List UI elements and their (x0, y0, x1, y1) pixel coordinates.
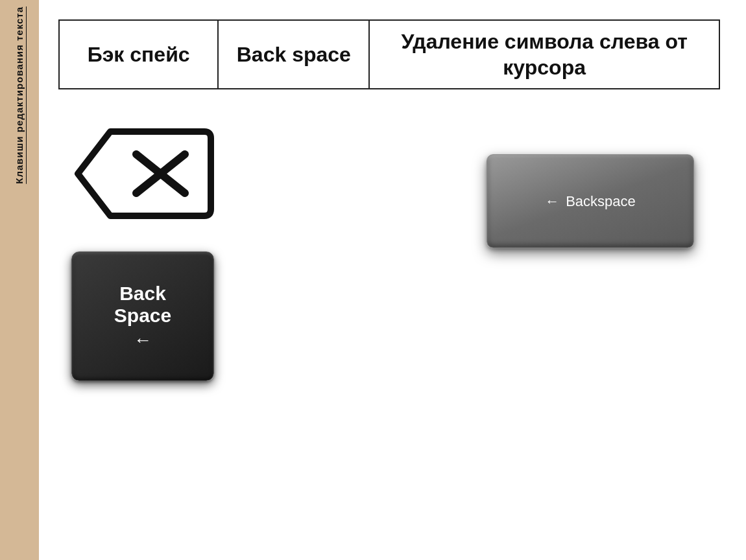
sidebar-label: Клавиши редактирования текста (13, 6, 26, 184)
backspace-icon (71, 115, 214, 232)
english-name: Back space (237, 43, 351, 66)
main-content: Бэк спейс Back space Удаление символа сл… (39, 0, 746, 560)
dark-key-arrow: ← (134, 330, 152, 351)
dark-key-backspace: BackSpace ← (71, 251, 214, 381)
table-cell-english: Back space (218, 20, 369, 89)
gray-key-label: Backspace (566, 193, 636, 210)
sidebar: Клавиши редактирования текста (0, 0, 39, 560)
gray-key-arrow: ← (545, 193, 559, 210)
table-row: Бэк спейс Back space Удаление символа сл… (59, 20, 719, 89)
right-icons: ← Backspace (487, 115, 707, 248)
left-icons: BackSpace ← (71, 115, 214, 381)
table-cell-description: Удаление символа слева от курсора (369, 20, 719, 89)
table-cell-russian: Бэк спейс (59, 20, 218, 89)
dark-key-line1: BackSpace (114, 283, 171, 327)
description-text: Удаление символа слева от курсора (401, 30, 687, 79)
info-table: Бэк спейс Back space Удаление символа сл… (58, 19, 720, 89)
russian-name: Бэк спейс (88, 43, 190, 66)
gray-key-backspace: ← Backspace (487, 154, 694, 248)
icons-area: BackSpace ← ← Backspace (58, 115, 720, 541)
